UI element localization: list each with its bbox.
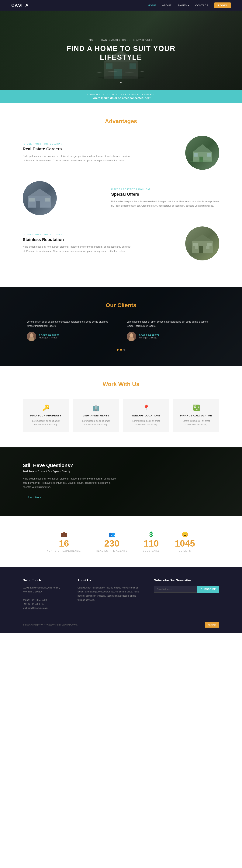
login-button[interactable]: LOGIN bbox=[214, 2, 231, 8]
advantage-image-2 bbox=[23, 181, 57, 215]
svg-rect-14 bbox=[36, 201, 40, 208]
work-card-3: 📍 VARIOUS LOCATIONS Lorem ipsum dolor si… bbox=[123, 399, 169, 432]
svg-point-11 bbox=[190, 160, 215, 162]
advantage-body-1: Nulla pellentesque mi non laoreet eleife… bbox=[23, 154, 131, 162]
footer-col-newsletter: Subscribe Our Newsletter SUBSCRIBE bbox=[154, 579, 219, 610]
work-title: Work With Us bbox=[23, 381, 219, 388]
svg-rect-4 bbox=[130, 63, 136, 69]
work-section: Work With Us 🔑 FIND YOUR PROPERTY Lorem … bbox=[0, 366, 242, 447]
advantage-text-3: INTEGER PORTTITOR MOLLISAR Stainless Rep… bbox=[23, 234, 131, 253]
clients-grid: Lorem ipsum dolor sit amet consectetur a… bbox=[23, 320, 219, 341]
advantage-heading-1: Real Estate Careers bbox=[23, 147, 131, 152]
client-info-2: ROGER BARRETT Manager, Chicago bbox=[127, 332, 215, 341]
work-card-2: 🏢 VIEW APARTMENTS Lorem ipsum dolor sit … bbox=[73, 399, 119, 432]
client-avatar-2 bbox=[127, 332, 136, 341]
footer-copyright: 所有图片均来自pexels.com免责声明:所有内容均属网文转载 bbox=[23, 623, 78, 626]
advantage-body-3: Nulla pellentesque mi non laoreet eleife… bbox=[23, 245, 131, 253]
carousel-dots bbox=[23, 349, 219, 351]
client-role-2: Manager, Chicago bbox=[139, 336, 159, 339]
client-role-1: Manager, Chicago bbox=[39, 336, 59, 339]
svg-point-25 bbox=[29, 337, 34, 341]
locations-icon: 📍 bbox=[127, 404, 165, 411]
stat-label-experience: YEARS OF EXPERIENCE bbox=[47, 550, 81, 552]
footer-col-about: About Us Curabitur non nulla sit amet ni… bbox=[78, 579, 143, 610]
footer-col-contact: Get In Touch 09206 4th block building,ki… bbox=[23, 579, 66, 610]
work-grid: 🔑 FIND YOUR PROPERTY Lorem ipsum dolor s… bbox=[23, 399, 219, 432]
footer-newsletter-title: Subscribe Our Newsletter bbox=[154, 579, 219, 582]
dot-3[interactable] bbox=[124, 349, 125, 351]
nav-home[interactable]: HOME bbox=[148, 4, 156, 7]
client-name-1: ROGER BARRETT bbox=[39, 334, 59, 336]
advantage-text-2: INTEGER PORTTITOR MOLLISAR Special Offer… bbox=[111, 188, 219, 208]
back-to-top-button[interactable]: 返回顶部 bbox=[205, 622, 219, 627]
advantage-row-3: INTEGER PORTTITOR MOLLISAR Stainless Rep… bbox=[23, 226, 219, 260]
view-apartments-icon: 🏢 bbox=[77, 404, 115, 411]
svg-marker-18 bbox=[192, 235, 213, 241]
advantage-label-3: INTEGER PORTTITOR MOLLISAR bbox=[23, 234, 131, 236]
newsletter-subscribe-button[interactable]: SUBSCRIBE bbox=[197, 586, 219, 593]
dot-2[interactable] bbox=[120, 349, 122, 351]
svg-point-24 bbox=[30, 333, 33, 337]
avatar-svg-2 bbox=[127, 332, 136, 341]
footer-city: New York City,USA bbox=[23, 590, 66, 594]
advantages-section: Advantages INTEGER PORTTITOR MOLLISAR Re… bbox=[0, 103, 242, 287]
svg-marker-7 bbox=[193, 144, 212, 152]
stat-label-sold: SOLD DAILY bbox=[143, 550, 160, 552]
newsletter-email-input[interactable] bbox=[154, 586, 197, 593]
advantage-heading-3: Stainless Reputation bbox=[23, 237, 131, 242]
svg-rect-3 bbox=[106, 63, 112, 69]
questions-body: Nulla pellentesque mi non laoreet eleife… bbox=[23, 477, 117, 489]
advantage-text-1: INTEGER PORTTITOR MOLLISAR Real Estate C… bbox=[23, 143, 131, 162]
svg-rect-22 bbox=[195, 246, 198, 249]
ticker-main: Lorem Ipsum dolor sit amet consectetur e… bbox=[3, 96, 239, 99]
stat-label-clients: CLIENTS bbox=[175, 550, 195, 552]
clients-title: Our Clients bbox=[23, 302, 219, 308]
brand-logo: CASITA bbox=[11, 3, 29, 8]
read-more-button[interactable]: Read More bbox=[23, 494, 46, 501]
footer-grid: Get In Touch 09206 4th block building,ki… bbox=[23, 579, 219, 610]
work-card-title-4: FINANCE CALCULATOR bbox=[177, 414, 216, 417]
hero-scroll-arrow[interactable]: ⌄ bbox=[119, 80, 123, 84]
stat-number-clients: 1045 bbox=[175, 539, 195, 548]
nav-links: HOME ABOUT PAGES ▾ CONTACT LOGIN bbox=[148, 2, 231, 8]
work-card-body-2: Lorem ipsum dolor sit amet consectetur a… bbox=[77, 419, 115, 427]
advantage-row-1: INTEGER PORTTITOR MOLLISAR Real Estate C… bbox=[23, 136, 219, 170]
footer-contact-title: Get In Touch bbox=[23, 579, 66, 582]
stat-number-experience: 16 bbox=[47, 539, 81, 548]
footer: Get In Touch 09206 4th block building,ki… bbox=[0, 567, 242, 633]
advantage-image-1 bbox=[185, 136, 219, 170]
nav-about[interactable]: ABOUT bbox=[162, 4, 172, 7]
calculator-icon: 💹 bbox=[177, 404, 216, 411]
questions-section: Still Have Questions? Feel Free to Conta… bbox=[0, 447, 242, 516]
advantage-house-svg-3 bbox=[189, 234, 216, 253]
advantage-house-svg-1 bbox=[189, 143, 216, 162]
ticker-bar: LOREM IPSUM DOLOR SIT AMET CONSECTETUR E… bbox=[0, 90, 242, 103]
svg-rect-19 bbox=[199, 246, 203, 253]
client-card-1: Lorem ipsum dolor sit amet consectetur a… bbox=[27, 320, 115, 341]
find-property-icon: 🔑 bbox=[26, 404, 65, 411]
footer-address-line1: 09206 4th block building,king Realer, bbox=[23, 586, 66, 590]
nav-contact[interactable]: CONTACT bbox=[195, 4, 208, 7]
newsletter-form: SUBSCRIBE bbox=[154, 586, 219, 593]
svg-rect-20 bbox=[193, 243, 198, 246]
avatar-svg-1 bbox=[27, 332, 36, 341]
advantage-row-2: INTEGER PORTTITOR MOLLISAR Special Offer… bbox=[23, 181, 219, 215]
work-card-title-2: VIEW APARTMENTS bbox=[77, 414, 115, 417]
agents-icon: 👥 bbox=[96, 531, 128, 537]
advantages-title: Advantages bbox=[23, 118, 219, 124]
advantage-label-2: INTEGER PORTTITOR MOLLISAR bbox=[111, 188, 219, 190]
advantage-heading-2: Special Offers bbox=[111, 192, 219, 197]
svg-rect-15 bbox=[29, 198, 35, 202]
ticker-sub: LOREM IPSUM DOLOR SIT AMET CONSECTETUR E… bbox=[3, 93, 239, 96]
svg-marker-13 bbox=[28, 189, 51, 196]
svg-rect-16 bbox=[45, 198, 50, 202]
dot-1[interactable] bbox=[117, 349, 118, 351]
client-quote-2: Lorem ipsum dolor sit amet consectetur a… bbox=[127, 320, 215, 328]
nav-pages[interactable]: PAGES ▾ bbox=[178, 4, 189, 7]
work-card-title-1: FIND YOUR PROPERTY bbox=[26, 414, 65, 417]
hero-section: MORE THAN 650,000 HOUSES AVAILABLE FIND … bbox=[0, 10, 242, 90]
clients-icon: 😊 bbox=[175, 531, 195, 537]
questions-inner: Still Have Questions? Feel Free to Conta… bbox=[23, 463, 117, 501]
footer-about-title: About Us bbox=[78, 579, 143, 582]
stat-number-agents: 230 bbox=[96, 539, 128, 548]
